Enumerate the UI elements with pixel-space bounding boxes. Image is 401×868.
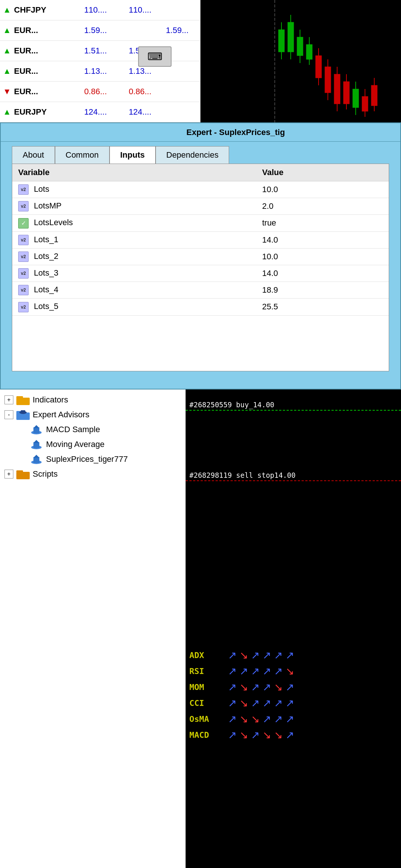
tab-common[interactable]: Common <box>55 146 110 164</box>
signal-row: MOM↗↘↗↗↘↗ <box>189 681 397 693</box>
var-value-cell[interactable]: true <box>251 215 389 231</box>
direction-icon: ▲ <box>3 5 11 15</box>
signal-arrow-up: ↗ <box>228 649 237 661</box>
price1: 124.... <box>66 107 107 117</box>
table-row[interactable]: v2 Lots_3 14.0 <box>12 265 389 282</box>
keyboard-button[interactable]: ⌨ <box>138 46 172 67</box>
tab-inputs[interactable]: Inputs <box>110 146 156 164</box>
direction-icon: ▲ <box>3 26 11 35</box>
nav-item-indicators[interactable]: + Indicators <box>0 392 185 407</box>
signal-label: RSI <box>189 667 226 676</box>
var-value-cell[interactable]: 14.0 <box>251 265 389 282</box>
var-value-cell[interactable]: 14.0 <box>251 231 389 248</box>
signal-arrow-down: ↘ <box>251 713 260 725</box>
svg-rect-5 <box>288 22 294 52</box>
expand-icon[interactable]: + <box>4 470 13 479</box>
direction-icon: ▲ <box>3 107 11 117</box>
signal-arrow-up: ↗ <box>228 713 237 725</box>
svg-rect-50 <box>16 472 30 479</box>
nav-item-scripts[interactable]: + Scripts <box>0 467 185 481</box>
signal-arrow-up: ↗ <box>263 681 271 693</box>
var-value-cell[interactable]: 10.0 <box>251 181 389 198</box>
signal-arrow-down: ↘ <box>239 649 248 661</box>
var-type-icon: v2 <box>18 285 29 295</box>
svg-marker-46 <box>33 440 39 443</box>
signal-arrow-up: ↗ <box>251 729 260 741</box>
var-value-cell[interactable]: 18.9 <box>251 282 389 299</box>
table-row[interactable]: v2 Lots_2 10.0 <box>12 248 389 265</box>
table-row[interactable]: v2 LotsMP 2.0 <box>12 198 389 215</box>
trade-buy-label: #268250559 buy_14.00 <box>189 401 274 409</box>
price2: 1.13... <box>111 66 151 76</box>
signal-arrow-down: ↘ <box>274 729 283 741</box>
signal-arrow-down: ↘ <box>239 713 248 725</box>
svg-rect-20 <box>334 74 340 104</box>
nav-item-suplex[interactable]: SuplexPrices_tiger777 <box>0 452 185 467</box>
signal-arrow-up: ↗ <box>263 697 271 709</box>
var-name: LotsLevels <box>34 218 73 227</box>
signal-arrow-up: ↗ <box>286 649 294 661</box>
svg-marker-49 <box>33 455 39 458</box>
nav-item-ma[interactable]: Moving Average <box>0 437 185 452</box>
svg-marker-43 <box>33 425 39 428</box>
sell-line <box>186 480 401 481</box>
signal-arrow-up: ↗ <box>274 697 283 709</box>
signal-label: MOM <box>189 683 226 692</box>
symbol: EURJPY <box>14 107 66 117</box>
signals-area: ADX↗↘↗↗↗↗RSI↗↗↗↗↗↘MOM↗↘↗↗↘↗CCI↗↘↗↗↗↗OsMA… <box>186 645 401 868</box>
svg-rect-2 <box>278 30 284 52</box>
market-row[interactable]: ▲ EURJPY 124.... 124.... <box>0 102 200 122</box>
expand-icon[interactable]: + <box>4 395 13 404</box>
nav-item-macd[interactable]: MACD Sample <box>0 422 185 437</box>
signal-row: MACD↗↘↗↘↘↗ <box>189 729 397 741</box>
signal-arrow-up: ↗ <box>263 713 271 725</box>
table-row[interactable]: ✓ LotsLevels true <box>12 215 389 231</box>
expert-title: Expert - SuplexPrices_tig <box>186 128 285 137</box>
signal-arrow-up: ↗ <box>274 665 283 677</box>
variables-table: Variable Value v2 Lots 10.0 v2 LotsMP 2.… <box>12 164 389 316</box>
tab-about[interactable]: About <box>12 146 55 164</box>
signal-label: MACD <box>189 730 226 740</box>
var-type-icon: v2 <box>18 235 29 245</box>
trade-sell-label: #268298119 sell stop14.00 <box>189 471 296 479</box>
table-row[interactable]: v2 Lots 10.0 <box>12 181 389 198</box>
signal-row: RSI↗↗↗↗↗↘ <box>189 665 397 677</box>
nav-label: SuplexPrices_tiger777 <box>46 454 128 464</box>
market-row[interactable]: ▼ EUR... 0.86... 0.86... <box>0 82 200 102</box>
var-type-icon: v2 <box>18 201 29 211</box>
var-value-cell[interactable]: 25.5 <box>251 299 389 315</box>
nav-label: MACD Sample <box>46 425 100 434</box>
market-row[interactable]: ▲ EUR... 1.59... ⌨ 1.59... <box>0 20 200 41</box>
col-variable: Variable <box>12 164 251 181</box>
table-row[interactable]: v2 Lots_1 14.0 <box>12 231 389 248</box>
symbol: EUR... <box>14 26 66 35</box>
tab-dependencies[interactable]: Dependencies <box>156 146 229 164</box>
folder-icon <box>16 469 30 479</box>
signal-arrow-up: ↗ <box>263 665 271 677</box>
var-name: Lots_2 <box>34 251 58 261</box>
collapse-icon[interactable]: - <box>4 410 13 419</box>
svg-rect-14 <box>316 56 322 78</box>
signal-row: ADX↗↘↗↗↗↗ <box>189 649 397 661</box>
var-value-cell[interactable]: 2.0 <box>251 198 389 215</box>
nav-label: Expert Advisors <box>33 410 89 420</box>
direction-icon: ▼ <box>3 87 11 96</box>
signal-arrow-down: ↘ <box>286 665 294 677</box>
var-value-cell[interactable]: 10.0 <box>251 248 389 265</box>
table-row[interactable]: v2 Lots_5 25.5 <box>12 299 389 315</box>
ea-icon <box>30 454 43 464</box>
market-row[interactable]: ▲ CHFJPY 110.... 110.... <box>0 0 200 20</box>
svg-rect-48 <box>33 457 39 463</box>
signal-arrow-up: ↗ <box>251 649 260 661</box>
svg-rect-36 <box>16 396 23 398</box>
bottom-section: + Indicators - Expert Advi <box>0 389 401 868</box>
expert-folder-icon <box>16 410 30 420</box>
signal-arrow-up: ↗ <box>228 681 237 693</box>
folder-icon <box>16 395 30 405</box>
nav-item-experts[interactable]: - Expert Advisors <box>0 407 185 422</box>
var-name-cell: v2 Lots_4 <box>12 282 251 299</box>
signal-arrow-down: ↘ <box>239 697 248 709</box>
symbol: EUR... <box>14 46 66 56</box>
signal-arrow-up: ↗ <box>286 681 294 693</box>
table-row[interactable]: v2 Lots_4 18.9 <box>12 282 389 299</box>
